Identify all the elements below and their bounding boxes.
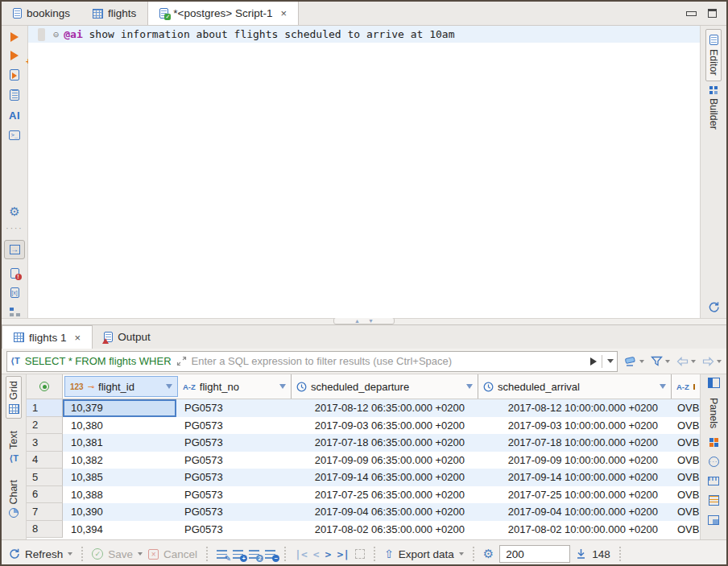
column-header-flight-no[interactable]: A-Z flight_no <box>178 374 291 399</box>
clear-filter-button[interactable] <box>624 356 644 366</box>
tab-text-view[interactable]: Text ⟨T <box>6 427 21 468</box>
explain-plan-icon[interactable] <box>10 307 20 317</box>
scheduled-arrival-cell[interactable]: 2017-07-25 10:00:00.000 +0200 <box>476 486 669 504</box>
departure-airport-cell[interactable]: OVB <box>669 486 700 504</box>
minimize-icon[interactable] <box>686 11 697 16</box>
scheduled-departure-cell[interactable]: 2017-07-25 06:35:00.000 +0200 <box>289 486 476 504</box>
execute-script-icon[interactable] <box>10 69 19 81</box>
sql-editor[interactable]: ⊖ @ai show information about flights sch… <box>28 26 700 318</box>
script-statements-icon[interactable] <box>10 89 19 101</box>
flight-id-cell[interactable]: 10,394 <box>63 521 176 539</box>
sql-console-icon[interactable]: >_ <box>9 130 20 140</box>
focus-value-icon[interactable] <box>355 549 365 559</box>
calc-panel-icon[interactable] <box>709 438 718 447</box>
apply-filter-icon[interactable] <box>590 357 597 366</box>
departure-airport-cell[interactable]: OVB <box>669 521 700 539</box>
cancel-button[interactable]: × Cancel <box>148 548 197 560</box>
flight-id-cell[interactable]: 10,390 <box>63 503 176 521</box>
sort-dropdown-icon[interactable] <box>166 384 172 389</box>
expand-filter-icon[interactable] <box>176 356 187 366</box>
filter-input[interactable]: ⟨T SELECT * FROM flights WHER Enter a SQ… <box>6 351 618 372</box>
flight-no-cell[interactable]: PG0573 <box>176 434 289 452</box>
flight-no-cell[interactable]: PG0573 <box>176 417 289 435</box>
flight-id-cell[interactable]: 10,380 <box>63 417 176 435</box>
execute-new-tab-icon[interactable] <box>10 51 19 60</box>
row-number-cell[interactable]: 3 <box>27 434 63 452</box>
nav-forward-caret-icon[interactable] <box>717 360 722 363</box>
flight-id-cell[interactable]: 10,382 <box>63 452 176 469</box>
prev-page-button[interactable]: < <box>313 548 320 560</box>
departure-airport-cell[interactable]: OVB <box>669 434 700 452</box>
scheduled-arrival-cell[interactable]: 2017-09-04 10:00:00.000 +0200 <box>476 503 669 521</box>
clear-filter-caret-icon[interactable] <box>639 360 644 363</box>
save-caret-icon[interactable] <box>138 552 143 556</box>
scheduled-departure-cell[interactable]: 2017-07-18 06:35:00.000 +0200 <box>289 434 476 452</box>
flight-id-cell[interactable]: 10,388 <box>63 486 176 504</box>
tab-flights-1[interactable]: flights 1 × <box>2 325 93 349</box>
departure-airport-cell[interactable]: OVB <box>669 503 700 521</box>
column-header-departure-airport[interactable]: A-Z d <box>671 374 700 399</box>
result-tab-close-icon[interactable]: × <box>75 332 81 344</box>
xml-view-icon[interactable]: [x] <box>10 287 19 298</box>
row-number-cell[interactable]: 7 <box>27 503 63 521</box>
collapse-up-icon[interactable]: ▲ <box>354 319 360 324</box>
tab-chart-view[interactable]: Chart <box>6 476 21 523</box>
export-caret-icon[interactable] <box>459 552 464 556</box>
flight-no-cell[interactable]: PG0573 <box>176 469 289 486</box>
scheduled-departure-cell[interactable]: 2017-09-03 06:35:00.000 +0200 <box>289 417 476 435</box>
panels-toggle-icon[interactable] <box>708 378 720 388</box>
column-header-scheduled-departure[interactable]: scheduled_departure <box>291 374 478 399</box>
error-log-icon[interactable]: ! <box>10 268 19 279</box>
flight-no-cell[interactable]: PG0573 <box>176 503 289 521</box>
select-all-header[interactable] <box>27 374 63 399</box>
scheduled-departure-cell[interactable]: 2017-08-12 06:35:00.000 +0200 <box>289 399 476 417</box>
sort-dropdown-icon[interactable] <box>279 384 286 389</box>
scheduled-arrival-cell[interactable]: 2017-09-14 10:00:00.000 +0200 <box>476 469 669 486</box>
tab-flights[interactable]: flights <box>81 2 147 25</box>
flight-no-cell[interactable]: PG0573 <box>176 452 289 469</box>
references-panel-icon[interactable] <box>709 495 719 506</box>
flight-no-cell[interactable]: PG0573 <box>176 486 289 504</box>
scheduled-arrival-cell[interactable]: 2017-08-02 10:00:00.000 +0200 <box>476 521 669 539</box>
sort-dropdown-icon[interactable] <box>466 384 473 389</box>
departure-airport-cell[interactable]: OVB <box>669 417 700 435</box>
row-number-cell[interactable]: 1 <box>27 399 63 417</box>
editor-results-splitter[interactable]: ▲ ▼ <box>2 318 726 325</box>
scheduled-departure-cell[interactable]: 2017-09-04 06:35:00.000 +0200 <box>289 503 476 521</box>
duplicate-row-icon[interactable]: 2 <box>249 550 259 559</box>
row-number-cell[interactable]: 6 <box>27 486 63 504</box>
filters-menu-caret-icon[interactable] <box>665 360 670 363</box>
tab-script-1[interactable]: ✓ *<postgres> Script-1 × <box>147 2 299 25</box>
next-page-button[interactable]: > <box>325 548 332 560</box>
tab-bookings[interactable]: bookings <box>2 2 81 25</box>
flight-id-cell[interactable]: 10,379 <box>63 399 176 417</box>
column-header-flight-id[interactable]: 123 ⊸ flight_id <box>64 376 178 397</box>
grouping-panel-icon[interactable] <box>708 515 719 525</box>
nav-back-caret-icon[interactable] <box>691 360 696 363</box>
collapse-down-icon[interactable]: ▼ <box>368 319 374 324</box>
departure-airport-cell[interactable]: OVB <box>669 399 700 417</box>
delete-row-icon[interactable]: − <box>265 550 275 559</box>
editor-line-1[interactable]: ⊖ @ai show information about flights sch… <box>28 26 700 43</box>
column-header-scheduled-arrival[interactable]: scheduled_arrival <box>478 374 671 399</box>
result-settings-gear-icon[interactable]: ⚙ <box>483 548 494 560</box>
maximize-icon[interactable] <box>708 9 717 18</box>
scheduled-arrival-cell[interactable]: 2017-08-12 10:00:00.000 +0200 <box>476 399 669 417</box>
row-number-cell[interactable]: 8 <box>27 521 63 539</box>
flight-no-cell[interactable]: PG0573 <box>176 399 289 417</box>
row-number-cell[interactable]: 2 <box>27 417 63 435</box>
scheduled-arrival-cell[interactable]: 2017-09-09 10:00:00.000 +0200 <box>476 452 669 469</box>
row-number-cell[interactable]: 4 <box>27 452 63 469</box>
scheduled-arrival-cell[interactable]: 2017-09-03 10:00:00.000 +0200 <box>476 417 669 435</box>
refresh-caret-icon[interactable] <box>68 552 72 556</box>
last-page-button[interactable]: >| <box>337 548 350 560</box>
flight-no-cell[interactable]: PG0573 <box>176 521 289 539</box>
flight-id-cell[interactable]: 10,381 <box>63 434 176 452</box>
edit-cell-icon[interactable]: ✎ <box>217 550 227 559</box>
departure-airport-cell[interactable]: OVB <box>669 452 700 469</box>
nav-back-button[interactable] <box>676 357 696 366</box>
tab-editor-vertical[interactable]: Editor <box>705 29 722 81</box>
sort-dropdown-icon[interactable] <box>660 384 666 389</box>
splitter-handle[interactable]: ▲ ▼ <box>333 317 395 324</box>
export-data-button[interactable]: ⇧ Export data <box>384 548 464 560</box>
